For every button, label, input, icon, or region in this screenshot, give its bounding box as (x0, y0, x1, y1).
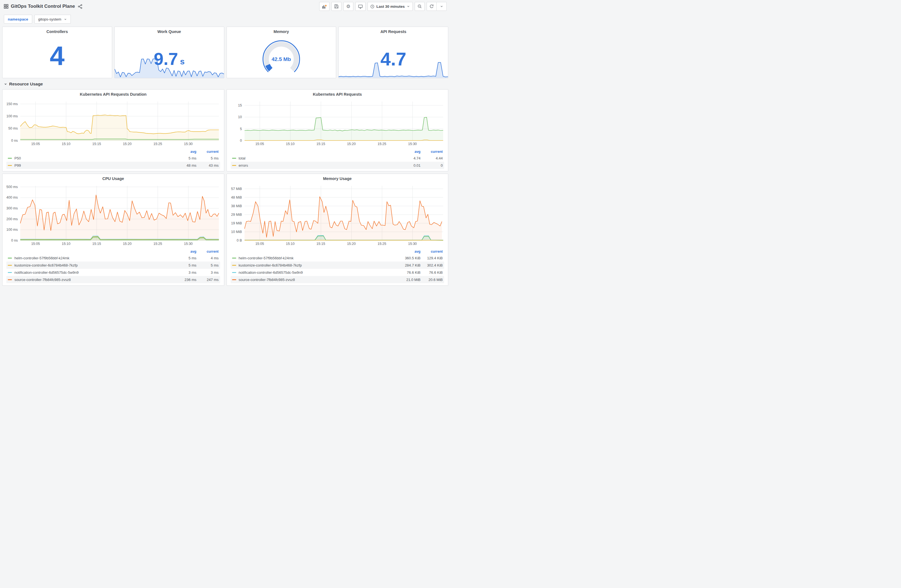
legend-row: P9948 ms43 ms (6, 162, 220, 169)
panel-cpu-usage: CPU Usage 0 ns100 ms200 ms300 ms400 ms50… (2, 174, 224, 286)
legend-avg-value: 4.74 (401, 156, 421, 160)
dashboard-grid-icon[interactable] (4, 4, 8, 9)
dashboard-header: GitOps Toolkit Control Plane ⚙ (0, 0, 450, 13)
time-range-picker[interactable]: Last 30 minutes (368, 2, 413, 11)
legend-col-current[interactable]: current (421, 250, 443, 254)
legend-current-value: 5 ms (196, 156, 219, 160)
legend-series-name[interactable]: kustomize-controller-6c6784b468-7kzfp (14, 263, 176, 268)
y-tick-label: 48 MiB (231, 196, 242, 199)
legend-series-name[interactable]: notification-controller-6d56575dc-5w9n9 (14, 271, 176, 275)
legend-avg-value: 5 ms (176, 256, 196, 260)
legend-current-value: 20.6 MiB (421, 278, 443, 282)
x-axis: 15:0515:1015:1515:2015:2515:30 (20, 141, 219, 146)
legend-series-name[interactable]: source-controller-7fb84fc985-zvsz8 (14, 278, 176, 282)
panel-title[interactable]: Work Queue (115, 27, 224, 34)
variables-row: namespace gitops-system (0, 13, 450, 26)
x-tick-label: 15:05 (256, 142, 264, 146)
panel-api-requests: API Requests 4.7 (338, 26, 448, 78)
x-tick-label: 15:15 (316, 142, 325, 146)
panel-title[interactable]: Memory (227, 27, 336, 34)
panel-title[interactable]: API Requests (339, 27, 448, 34)
legend-current-value: 0 (421, 163, 443, 168)
legend-col-avg[interactable]: avg (176, 150, 196, 154)
x-tick-label: 15:30 (184, 242, 193, 246)
panel-memory-usage: Memory Usage 0 B10 MiB19 MiB29 MiB38 MiB… (226, 174, 449, 286)
legend-current-value: 3 ms (196, 271, 219, 275)
legend-row: P505 ms5 ms (6, 154, 220, 162)
variable-value-dropdown[interactable]: gitops-system (34, 15, 71, 23)
plot-area[interactable]: 051015 (245, 101, 443, 141)
legend-row: errors0.010 (231, 162, 444, 169)
refresh-button[interactable] (427, 2, 436, 11)
legend-series-name[interactable]: total (239, 156, 401, 160)
legend-current-value: 129.4 KiB (421, 256, 443, 260)
y-tick-label: 38 MiB (231, 204, 242, 208)
chevron-down-icon (64, 18, 67, 21)
legend-col-avg[interactable]: avg (401, 150, 421, 154)
panel-title[interactable]: Controllers (3, 27, 112, 34)
stat-value: 9.7 (154, 50, 178, 68)
x-tick-label: 15:30 (408, 242, 417, 246)
x-tick-label: 15:15 (316, 242, 325, 246)
series-color-dash (8, 158, 12, 159)
x-tick-label: 15:05 (256, 242, 264, 246)
panel-title[interactable]: Memory Usage (230, 174, 445, 181)
refresh-interval-dropdown[interactable] (436, 2, 447, 11)
add-panel-button[interactable] (319, 2, 329, 11)
legend-series-name[interactable]: P99 (14, 163, 176, 168)
legend-current-value: 5 ms (196, 263, 219, 268)
legend-col-current[interactable]: current (421, 150, 443, 154)
legend-row: notification-controller-6d56575dc-5w9n97… (231, 269, 444, 276)
legend-col-current[interactable]: current (196, 150, 219, 154)
section-resource-usage[interactable]: Resource Usage (0, 78, 450, 87)
legend-col-current[interactable]: current (196, 250, 219, 254)
series-color-dash (232, 258, 236, 258)
plot-area[interactable]: 0 B10 MiB19 MiB29 MiB38 MiB48 MiB57 MiB (245, 186, 443, 241)
stat-value: 4 (50, 43, 64, 69)
y-tick-label: 150 ms (6, 102, 18, 106)
legend-avg-value: 284.7 KiB (401, 263, 421, 268)
plot-canvas[interactable] (20, 101, 219, 141)
plot-canvas[interactable] (245, 101, 443, 141)
x-tick-label: 15:20 (123, 242, 132, 246)
legend-series-name[interactable]: kustomize-controller-6c6784b468-7kzfp (239, 263, 401, 268)
legend-current-value: 302.4 KiB (421, 263, 443, 268)
stats-row: Controllers 4 Work Queue 9.7 s Memory 42… (0, 26, 450, 78)
panel-title[interactable]: CPU Usage (6, 174, 221, 181)
plot-area[interactable]: 0 ns50 ms100 ms150 ms (20, 101, 219, 141)
legend-series-name[interactable]: P50 (14, 156, 176, 160)
legend-row: kustomize-controller-6c6784b468-7kzfp284… (231, 261, 444, 269)
panel-controllers: Controllers 4 (2, 26, 112, 78)
x-tick-label: 15:15 (92, 242, 101, 246)
save-dashboard-button[interactable] (331, 2, 341, 11)
legend-avg-value: 0.01 (401, 163, 421, 168)
legend-series-name[interactable]: errors (239, 163, 401, 168)
plot-canvas[interactable] (20, 186, 219, 241)
legend-series-name[interactable]: notification-controller-6d56575dc-5w9n9 (239, 271, 401, 275)
panel-title[interactable]: Kubernetes API Requests (230, 90, 445, 96)
page-title: GitOps Toolkit Control Plane (11, 4, 75, 9)
panel-work-queue: Work Queue 9.7 s (114, 26, 224, 78)
svg-text:42.5 Mb: 42.5 Mb (272, 56, 291, 62)
panel-title[interactable]: Kubernetes API Requests Duration (6, 90, 221, 96)
legend-series-name[interactable]: source-controller-7fb84fc985-zvsz8 (239, 278, 401, 282)
share-icon[interactable] (78, 4, 83, 9)
legend-row: source-controller-7fb84fc985-zvsz8236 ms… (6, 276, 220, 283)
dashboard-settings-button[interactable]: ⚙ (343, 2, 353, 11)
legend-col-avg[interactable]: avg (401, 250, 421, 254)
legend-series-name[interactable]: helm-controller-57f9b56bbf-k24mk (14, 256, 176, 260)
series-color-dash (232, 158, 236, 159)
y-tick-label: 300 ms (6, 206, 18, 210)
series-color-dash (8, 265, 12, 266)
cycle-view-mode-button[interactable] (355, 2, 366, 11)
y-tick-label: 0 ns (11, 238, 18, 243)
plot-area[interactable]: 0 ns100 ms200 ms300 ms400 ms500 ms (20, 186, 219, 241)
y-tick-label: 100 ms (6, 228, 18, 232)
legend-col-avg[interactable]: avg (176, 250, 196, 254)
legend-series-name[interactable]: helm-controller-57f9b56bbf-k24mk (239, 256, 401, 260)
legend-current-value: 247 ms (196, 278, 219, 282)
plot-canvas[interactable] (245, 186, 443, 241)
legend-header: avgcurrent (6, 149, 220, 154)
zoom-out-button[interactable] (415, 2, 425, 11)
x-axis: 15:0515:1015:1515:2015:2515:30 (245, 141, 443, 146)
